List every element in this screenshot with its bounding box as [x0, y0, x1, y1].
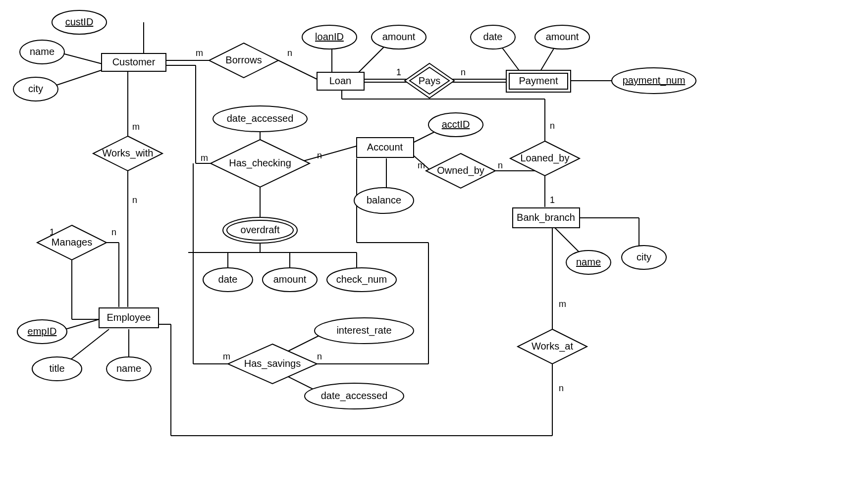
rel-owned-by-label: Owned_by	[437, 165, 484, 176]
card-pays-payment: n	[461, 67, 466, 77]
attr-emp-name-label: name	[116, 363, 141, 374]
attr-cust-city-label: city	[28, 83, 43, 94]
attr-branch-name-label: name	[576, 256, 601, 267]
card-borrows-loan: n	[287, 48, 292, 58]
attr-empid-label: empID	[28, 326, 57, 337]
attr-custid-label: custID	[65, 16, 94, 27]
rel-works-at-label: Works_at	[532, 341, 574, 352]
rel-pays-label: Pays	[419, 75, 440, 86]
card-loan-loanedby: n	[550, 121, 555, 131]
rel-borrows-label: Borrows	[225, 54, 262, 65]
attr-od-checknum-label: check_num	[336, 274, 387, 285]
svg-line-5	[278, 60, 317, 79]
attr-date-accessed-2-label: date_accessed	[321, 390, 388, 402]
card-loan-pays: 1	[396, 67, 401, 77]
attr-od-date-label: date	[218, 274, 238, 285]
entity-account-label: Account	[367, 142, 403, 152]
entity-customer-label: Customer	[112, 56, 156, 67]
rel-manages-label: Manages	[52, 237, 92, 248]
card-loanedby-branch: 1	[550, 195, 555, 205]
attr-date-accessed-1-label: date_accessed	[227, 113, 294, 124]
rel-loaned-by-label: Loaned_by	[521, 152, 570, 164]
card-manages-n: n	[111, 227, 116, 237]
attr-pay-amount-label: amount	[546, 31, 579, 42]
attr-branch-city-label: city	[637, 252, 651, 262]
card-customer-haschecking: m	[201, 153, 208, 163]
attr-loan-amount-label: amount	[382, 31, 416, 42]
attr-cust-name-label: name	[30, 46, 54, 57]
entity-employee-label: Employee	[107, 312, 151, 323]
card-customer-workswith: m	[132, 122, 140, 132]
attr-interest-rate-label: interest_rate	[336, 325, 391, 336]
rel-works-with-label: Works_with	[103, 148, 154, 159]
card-account-ownedby: m	[418, 160, 425, 170]
attr-od-amount-label: amount	[273, 274, 307, 285]
rel-has-checking-label: Has_checking	[229, 157, 291, 169]
attr-acctid-label: acctID	[442, 119, 470, 130]
attr-overdraft-label: overdraft	[241, 224, 280, 235]
attr-balance-label: balance	[367, 195, 401, 205]
entity-bank-branch-label: Bank_branch	[517, 212, 575, 223]
card-ownedby-branch: n	[498, 160, 503, 170]
entity-payment-label: Payment	[519, 75, 558, 86]
card-customer-hassavings: m	[223, 352, 230, 361]
attr-emp-title-label: title	[49, 363, 64, 374]
card-worksat-employee: n	[559, 383, 564, 393]
er-diagram: m n 1 n n 1 m n 1 n m n m n m n m n Cust…	[0, 0, 852, 504]
card-haschecking-account: n	[317, 151, 322, 160]
attr-loanid-label: loanID	[315, 31, 344, 42]
attr-pay-date-label: date	[483, 31, 503, 42]
card-branch-worksat: m	[559, 299, 566, 309]
card-hassavings-account: n	[317, 352, 322, 361]
attr-payment-num-label: payment_num	[623, 75, 686, 86]
card-customer-borrows: m	[196, 48, 203, 58]
entity-loan-label: Loan	[329, 75, 352, 86]
card-workswith-employee: n	[132, 195, 137, 205]
rel-has-savings-label: Has_savings	[244, 358, 301, 369]
